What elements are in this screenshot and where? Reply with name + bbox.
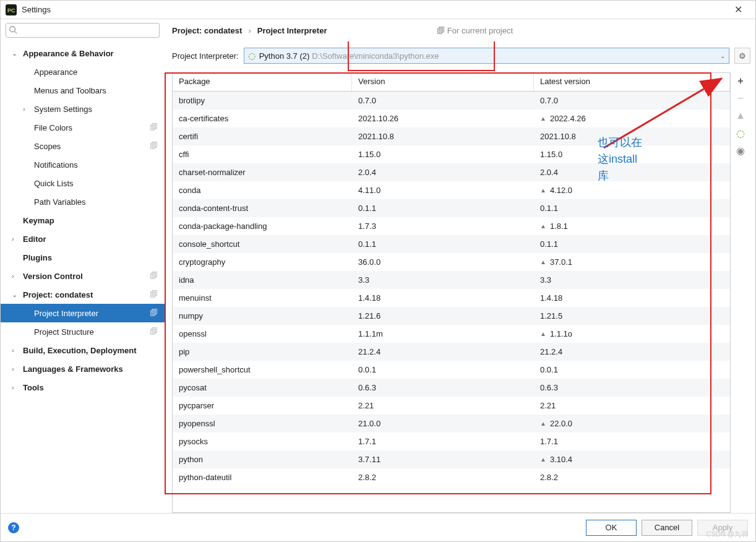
interpreter-label: Project Interpreter: — [172, 51, 239, 61]
show-button[interactable]: ◉ — [734, 144, 747, 157]
table-row[interactable]: pycosat0.6.30.6.3 — [173, 379, 730, 397]
table-row[interactable]: python-dateutil2.8.22.8.2 — [173, 468, 730, 486]
cell-package: idna — [173, 275, 352, 285]
sidebar-item-path-variables[interactable]: Path Variables — [1, 192, 165, 211]
sidebar-item-menus-and-toolbars[interactable]: Menus and Toolbars — [1, 81, 165, 100]
interpreter-dropdown[interactable]: ◌ Python 3.7 (2) D:\Software\miniconda3\… — [244, 48, 729, 64]
table-row[interactable]: brotlipy0.7.00.7.0 — [173, 92, 730, 110]
sidebar-label: Languages & Frameworks — [23, 364, 160, 374]
close-icon[interactable]: ✕ — [726, 4, 750, 15]
table-row[interactable]: pycparser2.212.21 — [173, 397, 730, 415]
table-row[interactable]: charset-normalizer2.0.42.0.4 — [173, 163, 730, 181]
sidebar-label: Tools — [23, 383, 160, 392]
table-row[interactable]: menuinst1.4.181.4.18 — [173, 289, 730, 307]
sidebar-item-editor[interactable]: ›Editor — [1, 230, 165, 248]
sidebar-item-system-settings[interactable]: ›System Settings — [1, 100, 165, 118]
upgrade-available-icon: ▲ — [540, 115, 546, 122]
cell-version: 2021.10.26 — [352, 114, 534, 123]
table-row[interactable]: python3.7.11▲3.10.4 — [173, 450, 730, 468]
cell-latest: 3.3 — [534, 275, 730, 285]
table-row[interactable]: numpy1.21.61.21.5 — [173, 307, 730, 325]
table-row[interactable]: pip21.2.421.2.4 — [173, 343, 730, 361]
cell-latest: 0.6.3 — [534, 383, 730, 392]
breadcrumb-page: Project Interpreter — [257, 26, 327, 35]
sidebar-item-plugins[interactable]: Plugins — [1, 248, 165, 267]
cancel-button[interactable]: Cancel — [642, 520, 692, 536]
add-package-button[interactable]: + — [734, 75, 747, 87]
col-header-latest[interactable]: Latest version — [534, 73, 730, 91]
breadcrumb-project: Project: condatest — [172, 26, 242, 35]
cell-version: 1.21.6 — [352, 311, 534, 320]
table-row[interactable]: pysocks1.7.11.7.1 — [173, 432, 730, 450]
sidebar-item-build-execution-deployment[interactable]: ›Build, Execution, Deployment — [1, 341, 165, 359]
remove-package-button[interactable]: − — [734, 92, 747, 105]
sidebar-item-quick-lists[interactable]: Quick Lists — [1, 174, 165, 192]
help-button[interactable]: ? — [8, 522, 19, 533]
chevron-down-icon: ⌄ — [720, 53, 725, 59]
upgrade-package-button[interactable]: ▲ — [734, 110, 747, 122]
scope-badge-icon: 🗐 — [150, 308, 160, 318]
sidebar-item-keymap[interactable]: Keymap — [1, 211, 165, 230]
table-row[interactable]: cffi1.15.01.15.0 — [173, 145, 730, 163]
upgrade-available-icon: ▲ — [540, 187, 546, 194]
cell-version: 36.0.0 — [352, 257, 534, 267]
search-icon — [9, 25, 17, 36]
cell-package: brotlipy — [173, 96, 352, 105]
cell-package: pycparser — [173, 401, 352, 410]
chevron-icon: ⌄ — [12, 49, 23, 58]
sidebar-item-file-colors[interactable]: File Colors🗐 — [1, 118, 165, 137]
col-header-version[interactable]: Version — [352, 73, 534, 91]
table-row[interactable]: powershell_shortcut0.0.10.0.1 — [173, 361, 730, 379]
sidebar-item-project-interpreter[interactable]: Project Interpreter🗐 — [1, 304, 165, 322]
cell-version: 3.3 — [352, 275, 534, 285]
table-row[interactable]: openssl1.1.1m▲1.1.1o — [173, 325, 730, 343]
sidebar-label: Project Structure — [34, 327, 150, 337]
table-row[interactable]: conda-content-trust0.1.10.1.1 — [173, 199, 730, 217]
cell-package: openssl — [173, 329, 352, 338]
cell-latest: 1.4.18 — [534, 293, 730, 303]
sidebar-item-project-structure[interactable]: Project Structure🗐 — [1, 322, 165, 341]
refresh-button[interactable]: ◌ — [734, 127, 747, 139]
ok-button[interactable]: OK — [586, 520, 637, 536]
sidebar-item-project-condatest[interactable]: ⌄Project: condatest🗐 — [1, 285, 165, 304]
interpreter-settings-button[interactable]: ⚙ — [734, 48, 750, 64]
cell-version: 1.7.1 — [352, 437, 534, 446]
sidebar-item-languages-frameworks[interactable]: ›Languages & Frameworks — [1, 359, 165, 378]
upgrade-available-icon: ▲ — [540, 259, 546, 265]
sidebar-item-appearance[interactable]: Appearance — [1, 62, 165, 81]
col-header-package[interactable]: Package — [173, 73, 352, 91]
cell-package: pyopenssl — [173, 419, 352, 428]
cell-latest: 1.7.1 — [534, 437, 730, 446]
sidebar-label: Version Control — [23, 272, 150, 281]
table-row[interactable]: ca-certificates2021.10.26▲2022.4.26 — [173, 110, 730, 127]
cell-version: 1.4.18 — [352, 293, 534, 303]
cell-package: ca-certificates — [173, 114, 352, 123]
scope-badge-icon: 🗐 — [150, 327, 160, 337]
scope-badge-icon: 🗐 — [150, 141, 160, 151]
search-field[interactable] — [20, 25, 157, 35]
table-row[interactable]: conda-package-handling1.7.3▲1.8.1 — [173, 217, 730, 235]
sidebar-item-version-control[interactable]: ›Version Control🗐 — [1, 267, 165, 285]
cell-latest: 21.2.4 — [534, 347, 730, 356]
sidebar-item-notifications[interactable]: Notifications — [1, 155, 165, 174]
cell-package: console_shortcut — [173, 239, 352, 249]
table-row[interactable]: console_shortcut0.1.10.1.1 — [173, 235, 730, 253]
settings-search-input[interactable] — [6, 23, 160, 38]
table-row[interactable]: pyopenssl21.0.0▲22.0.0 — [173, 415, 730, 432]
sidebar-item-scopes[interactable]: Scopes🗐 — [1, 137, 165, 155]
cell-package: conda — [173, 186, 352, 195]
sidebar-item-tools[interactable]: ›Tools — [1, 378, 165, 397]
cell-latest: ▲37.0.1 — [534, 257, 730, 267]
cell-latest: ▲4.12.0 — [534, 186, 730, 195]
sidebar-item-appearance-behavior[interactable]: ⌄Appearance & Behavior — [1, 44, 165, 62]
table-row[interactable]: conda4.11.0▲4.12.0 — [173, 181, 730, 199]
cell-package: certifi — [173, 132, 352, 141]
svg-text:PC: PC — [7, 7, 15, 14]
cell-latest: 2021.10.8 — [534, 132, 730, 141]
table-row[interactable]: certifi2021.10.82021.10.8 — [173, 127, 730, 145]
chevron-icon: › — [23, 105, 34, 113]
copy-icon: 🗐 — [437, 26, 445, 35]
table-row[interactable]: cryptography36.0.0▲37.0.1 — [173, 253, 730, 271]
cell-latest: 0.7.0 — [534, 96, 730, 105]
table-row[interactable]: idna3.33.3 — [173, 271, 730, 289]
